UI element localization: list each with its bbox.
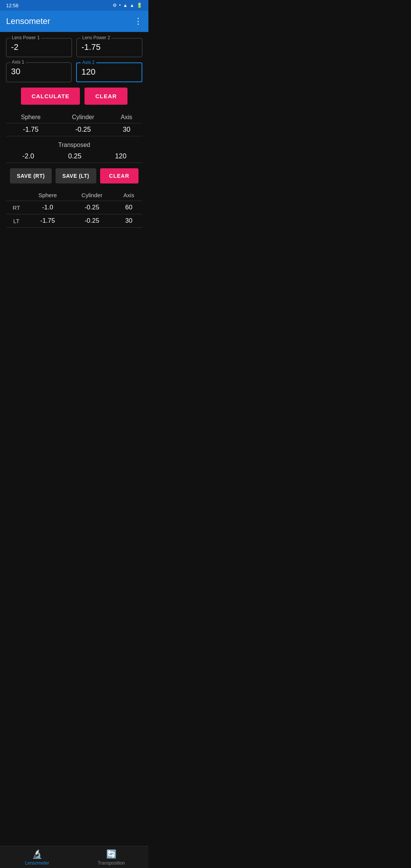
transposed-axis: 120 [99,150,142,163]
table-row: LT -1.75 -0.25 30 [6,214,142,228]
more-options-icon[interactable]: ⋮ [134,16,142,26]
lens-power-2-label: Lens Power 2 [81,35,112,40]
lt-label: LT [6,214,27,228]
lt-axis: 30 [115,214,142,228]
lens-power-row: Lens Power 1 -2 Lens Power 2 -1.75 [6,38,142,57]
transposed-cylinder: 0.25 [50,150,99,163]
table-row: RT -1.0 -0.25 60 [6,201,142,214]
axis-1-value: 30 [11,67,67,78]
lens-power-1-field[interactable]: Lens Power 1 -2 [6,38,72,57]
transposed-row: -2.0 0.25 120 [6,150,142,163]
main-content: Lens Power 1 -2 Lens Power 2 -1.75 Axis … [0,32,148,272]
wifi-icon: ▲ [123,3,127,8]
action-button-row: SAVE (RT) SAVE (LT) CLEAR [6,168,142,183]
rt-cylinder: -0.25 [68,201,115,214]
saved-axis-header: Axis [115,190,142,201]
saved-cylinder-header: Cylinder [68,190,115,201]
signal-icon: ▲ [130,3,134,8]
status-icons: ⚙ • ▲ ▲ 🔋 [113,3,142,8]
axis-2-label: Axis 2 [81,60,96,65]
axis-1-field[interactable]: Axis 1 30 [6,62,72,82]
save-lt-button[interactable]: SAVE (LT) [56,168,96,183]
settings-icon: ⚙ [113,3,117,8]
lt-cylinder: -0.25 [68,214,115,228]
rt-axis: 60 [115,201,142,214]
app-title: Lensometer [6,16,50,26]
transposed-results-table: -2.0 0.25 120 [6,150,142,163]
cylinder-header: Cylinder [56,112,111,123]
saved-sphere-header: Sphere [27,190,68,201]
result-axis-1: 30 [111,123,142,136]
saved-label-header [6,190,27,201]
transposed-label: Transposed [6,139,142,150]
lens-power-2-field[interactable]: Lens Power 2 -1.75 [76,38,142,57]
result-cylinder-1: -0.25 [56,123,111,136]
saved-table: Sphere Cylinder Axis RT -1.0 -0.25 60 LT… [6,190,142,228]
sphere-header: Sphere [6,112,56,123]
results-table: Sphere Cylinder Axis -1.75 -0.25 30 [6,112,142,136]
calculate-button[interactable]: CALCULATE [21,88,80,105]
axis-1-label: Axis 1 [10,59,26,65]
axis-header: Axis [111,112,142,123]
axis-2-field[interactable]: Axis 2 120 [76,62,142,82]
result-sphere-1: -1.75 [6,123,56,136]
transposed-sphere: -2.0 [6,150,50,163]
lens-power-1-value: -2 [11,42,67,54]
lens-power-1-label: Lens Power 1 [10,35,41,40]
status-time: 12:58 [6,3,19,8]
app-bar: Lensometer ⋮ [0,11,148,32]
result-row-1: -1.75 -0.25 30 [6,123,142,136]
clear-top-button[interactable]: CLEAR [84,88,127,105]
rt-sphere: -1.0 [27,201,68,214]
axis-row: Axis 1 30 Axis 2 120 [6,62,142,82]
axis-2-value: 120 [81,67,137,78]
clear-results-button[interactable]: CLEAR [100,168,139,183]
rt-label: RT [6,201,27,214]
lt-sphere: -1.75 [27,214,68,228]
status-bar: 12:58 ⚙ • ▲ ▲ 🔋 [0,0,148,11]
save-rt-button[interactable]: SAVE (RT) [10,168,51,183]
lens-power-2-value: -1.75 [81,42,137,54]
top-button-row: CALCULATE CLEAR [6,88,142,105]
dot-icon: • [119,3,121,8]
battery-icon: 🔋 [137,3,142,8]
